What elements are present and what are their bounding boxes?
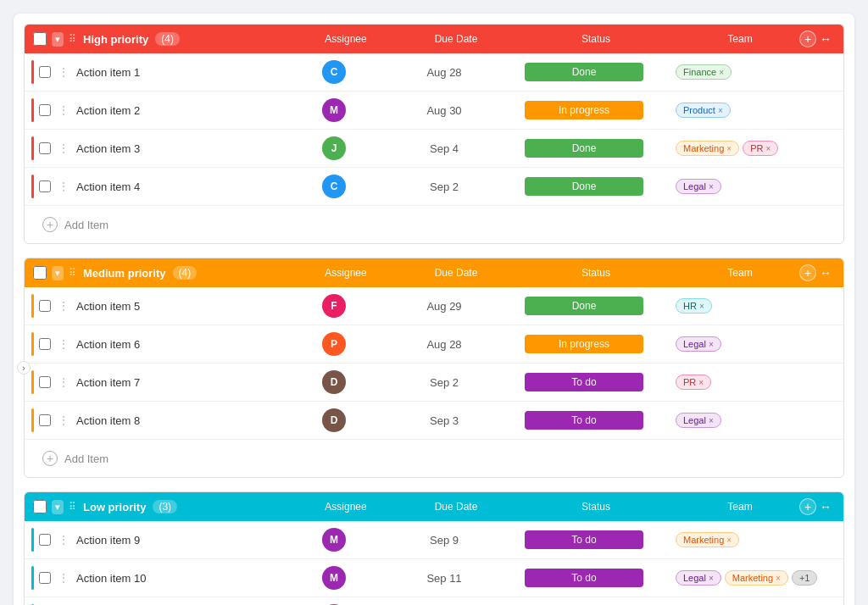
remove-tag-pr[interactable]: × (765, 144, 771, 153)
row-4-drag: ⋮ (56, 180, 71, 193)
section-low-resize-button[interactable]: ↔ (816, 500, 835, 513)
row-8-due-date[interactable]: Sep 3 (389, 414, 499, 427)
row-10-assignee[interactable]: M (279, 566, 389, 590)
collapse-medium-button[interactable]: › (17, 361, 31, 375)
row-7-team-cell: PR × (669, 375, 843, 390)
row-4-assignee[interactable]: C (279, 175, 389, 198)
remove-tag-marketing[interactable]: × (726, 144, 732, 153)
section-low-add-col-button[interactable]: + (799, 498, 816, 515)
row-1: ⋮Action item 1CAug 28DoneFinance × (25, 53, 843, 92)
section-low-chevron[interactable]: ▾ (52, 500, 64, 514)
remove-tag-legal[interactable]: × (709, 340, 714, 349)
row-1-team-tag-finance[interactable]: Finance × (676, 64, 732, 80)
remove-tag-marketing[interactable]: × (726, 536, 732, 545)
row-9-name: Action item 9 (76, 534, 140, 547)
row-4-due-date[interactable]: Sep 2 (389, 180, 499, 193)
row-2-status-cell[interactable]: In progress (499, 101, 669, 119)
remove-tag-product[interactable]: × (718, 106, 723, 115)
row-8-drag: ⋮ (56, 414, 71, 427)
row-3-status-cell[interactable]: Done (499, 139, 669, 158)
section-medium-resize-button[interactable]: ↔ (816, 266, 835, 280)
row-6-status-cell[interactable]: In progress (499, 335, 669, 353)
row-9-checkbox[interactable] (39, 534, 51, 546)
section-low-col-team: Team (681, 501, 799, 513)
row-5-avatar: F (322, 294, 346, 318)
row-10-priority-bar (31, 566, 34, 590)
row-10-team-tag-+1[interactable]: +1 (792, 570, 818, 586)
row-5-team-tag-hr[interactable]: HR × (676, 298, 712, 314)
row-1-assignee[interactable]: C (279, 60, 389, 84)
section-low-checkbox[interactable] (33, 500, 47, 513)
row-6-avatar: P (322, 332, 346, 356)
row-5-status-cell[interactable]: Done (499, 297, 669, 315)
row-10-team-tag-marketing[interactable]: Marketing × (725, 570, 788, 586)
section-medium-container: ▾⠿Medium priority(4)AssigneeDue DateStat… (24, 258, 844, 478)
row-5: ⋮Action item 5FAug 29DoneHR × (25, 287, 843, 325)
row-2-assignee[interactable]: M (279, 98, 389, 122)
section-high-resize-button[interactable]: ↔ (816, 32, 835, 46)
row-7-checkbox[interactable] (39, 376, 51, 388)
row-6-team-tag-legal[interactable]: Legal × (676, 336, 721, 352)
row-5-checkbox[interactable] (39, 300, 51, 312)
row-5-assignee[interactable]: F (279, 294, 389, 318)
row-10-status-cell[interactable]: To do (499, 569, 669, 587)
row-6-name-cell: ⋮Action item 6 (25, 325, 279, 363)
row-10-checkbox[interactable] (39, 572, 51, 584)
row-9-due-date[interactable]: Sep 9 (389, 534, 499, 547)
row-8-status-cell[interactable]: To do (499, 411, 669, 430)
row-7-status-cell[interactable]: To do (499, 373, 669, 391)
section-low-container: ▾⠿Low priority(3)AssigneeDue DateStatusT… (24, 491, 844, 605)
row-9-team-tag-marketing[interactable]: Marketing × (676, 532, 739, 547)
row-1-status-cell[interactable]: Done (499, 63, 669, 81)
remove-tag-legal[interactable]: × (709, 416, 714, 425)
section-high-add-item[interactable]: +Add Item (25, 206, 843, 243)
row-7-status-badge: To do (525, 373, 643, 391)
row-10-due-date[interactable]: Sep 11 (389, 572, 499, 585)
row-6-assignee[interactable]: P (279, 332, 389, 356)
row-1-due-date[interactable]: Aug 28 (389, 66, 499, 79)
remove-tag-finance[interactable]: × (719, 68, 724, 77)
remove-tag-hr[interactable]: × (699, 302, 704, 311)
row-10-team-tag-legal[interactable]: Legal × (676, 570, 721, 586)
row-2-checkbox[interactable] (39, 104, 51, 116)
section-high-chevron[interactable]: ▾ (52, 32, 64, 47)
row-7-due-date[interactable]: Sep 2 (389, 376, 499, 389)
row-3-due-date[interactable]: Sep 4 (389, 142, 499, 155)
row-9-drag: ⋮ (56, 533, 71, 547)
remove-tag-legal[interactable]: × (709, 182, 714, 191)
row-4-team-tag-legal[interactable]: Legal × (676, 179, 721, 194)
row-1-team-cell: Finance × (669, 64, 843, 80)
row-8-assignee[interactable]: D (279, 408, 389, 432)
section-high-add-col-button[interactable]: + (799, 31, 816, 47)
section-medium-add-item[interactable]: +Add Item (25, 440, 843, 477)
row-3-team-tag-marketing[interactable]: Marketing × (676, 141, 739, 156)
remove-tag-marketing[interactable]: × (776, 574, 781, 583)
row-4-status-cell[interactable]: Done (499, 177, 669, 196)
row-1-checkbox[interactable] (39, 66, 51, 78)
row-3-name: Action item 3 (76, 142, 140, 155)
row-7-team-tag-pr[interactable]: PR × (676, 375, 711, 390)
row-8-team-tag-legal[interactable]: Legal × (676, 413, 721, 428)
row-7-assignee[interactable]: D (279, 370, 389, 394)
row-3-assignee[interactable]: J (279, 136, 389, 160)
row-8-checkbox[interactable] (39, 414, 51, 426)
remove-tag-legal[interactable]: × (709, 574, 714, 583)
row-7-avatar: D (322, 370, 346, 394)
row-9-status-cell[interactable]: To do (499, 530, 669, 549)
section-medium-add-col-button[interactable]: + (799, 264, 816, 281)
row-6-checkbox[interactable] (39, 338, 51, 350)
row-9-name-cell: ⋮Action item 9 (25, 521, 279, 558)
remove-tag-pr[interactable]: × (698, 378, 704, 387)
row-6-due-date[interactable]: Aug 28 (389, 338, 499, 351)
row-3-checkbox[interactable] (39, 142, 51, 154)
row-4-checkbox[interactable] (39, 180, 51, 192)
row-9-assignee[interactable]: M (279, 528, 389, 552)
row-2-team-tag-product[interactable]: Product × (676, 103, 731, 118)
row-4-name-cell: ⋮Action item 4 (25, 168, 279, 205)
section-medium-chevron[interactable]: ▾ (52, 266, 64, 280)
section-high-checkbox[interactable] (33, 32, 47, 46)
row-3-team-tag-pr[interactable]: PR × (743, 141, 778, 156)
section-medium-checkbox[interactable] (33, 266, 47, 280)
row-2-due-date[interactable]: Aug 30 (389, 104, 499, 117)
row-5-due-date[interactable]: Aug 29 (389, 300, 499, 313)
